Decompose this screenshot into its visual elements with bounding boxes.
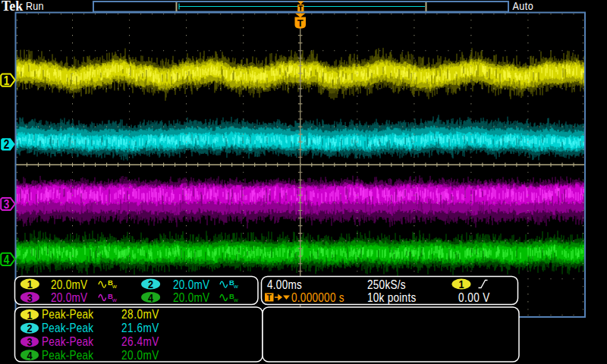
svg-text:w: w bbox=[112, 283, 117, 290]
svg-text:T: T bbox=[266, 293, 272, 302]
svg-text:Auto: Auto bbox=[513, 0, 534, 12]
svg-text:1: 1 bbox=[4, 74, 10, 87]
svg-text:2: 2 bbox=[4, 138, 10, 151]
svg-text:20.0mV: 20.0mV bbox=[173, 278, 209, 291]
svg-text:21.6mV: 21.6mV bbox=[121, 322, 159, 334]
svg-text:1: 1 bbox=[27, 278, 33, 290]
svg-text:10k points: 10k points bbox=[367, 291, 416, 304]
svg-text:20.0mV: 20.0mV bbox=[51, 278, 87, 291]
svg-text:0.000000 s: 0.000000 s bbox=[291, 291, 344, 304]
svg-text:28.0mV: 28.0mV bbox=[121, 308, 159, 321]
svg-text:Peak-Peak: Peak-Peak bbox=[42, 348, 94, 361]
svg-text:0.00 V: 0.00 V bbox=[458, 291, 490, 304]
svg-text:w: w bbox=[233, 297, 238, 303]
svg-text:4: 4 bbox=[4, 253, 10, 266]
svg-text:3: 3 bbox=[27, 335, 32, 348]
svg-text:Peak-Peak: Peak-Peak bbox=[42, 322, 94, 334]
svg-text:2: 2 bbox=[27, 322, 32, 334]
svg-text:4.00ms: 4.00ms bbox=[267, 278, 302, 291]
svg-text:Peak-Peak: Peak-Peak bbox=[42, 335, 94, 348]
svg-text:1: 1 bbox=[27, 308, 32, 321]
svg-text:1: 1 bbox=[458, 278, 464, 290]
svg-text:2: 2 bbox=[148, 278, 153, 290]
svg-text:3: 3 bbox=[27, 290, 33, 303]
svg-text:Run: Run bbox=[26, 0, 44, 12]
svg-text:250kS/s: 250kS/s bbox=[367, 278, 406, 291]
svg-text:20.0mV: 20.0mV bbox=[51, 291, 87, 304]
svg-text:20.0mV: 20.0mV bbox=[173, 291, 209, 304]
svg-text:20.0mV: 20.0mV bbox=[121, 348, 159, 361]
svg-text:w: w bbox=[233, 283, 238, 290]
svg-text:4: 4 bbox=[148, 290, 153, 303]
svg-text:Peak-Peak: Peak-Peak bbox=[42, 308, 94, 321]
svg-text:T: T bbox=[297, 17, 304, 29]
svg-text:4: 4 bbox=[27, 349, 32, 362]
svg-text:w: w bbox=[112, 297, 117, 303]
svg-text:Tek: Tek bbox=[2, 0, 23, 14]
svg-text:26.4mV: 26.4mV bbox=[121, 335, 159, 348]
svg-text:3: 3 bbox=[4, 198, 10, 211]
